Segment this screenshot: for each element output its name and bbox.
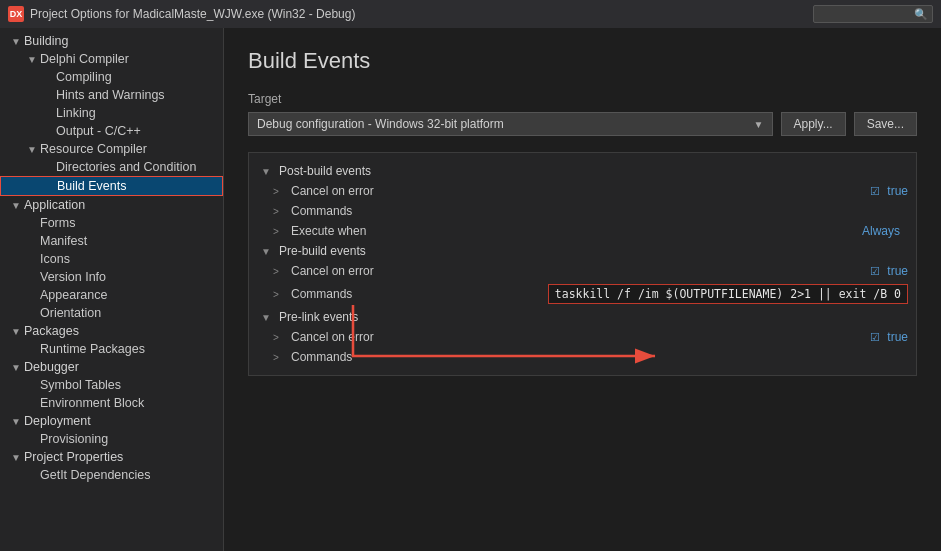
sidebar-item-label: Appearance	[40, 288, 107, 302]
pre-link-commands-row[interactable]: > Commands	[249, 347, 916, 367]
sidebar-item-runtime-packages[interactable]: Runtime Packages	[0, 340, 223, 358]
chevron-down-icon: ▼	[754, 119, 764, 130]
sidebar-item-symbol-tables[interactable]: Symbol Tables	[0, 376, 223, 394]
post-build-commands-row[interactable]: > Commands	[249, 201, 916, 221]
sidebar-item-deployment[interactable]: ▼ Deployment	[0, 412, 223, 430]
chevron-down-icon: ▼	[8, 362, 24, 373]
chevron-down-icon: ▼	[24, 54, 40, 65]
chevron-right-icon: >	[273, 332, 287, 343]
pre-build-events-row[interactable]: ▼ Pre-build events	[249, 241, 916, 261]
chevron-right-icon: >	[273, 206, 287, 217]
sidebar-item-orientation[interactable]: Orientation	[0, 304, 223, 322]
post-build-label: Post-build events	[279, 164, 371, 178]
pre-build-commands-label: Commands	[291, 287, 352, 301]
sidebar-item-label: Build Events	[57, 179, 126, 193]
sidebar-item-provisioning[interactable]: Provisioning	[0, 430, 223, 448]
sidebar-item-manifest[interactable]: Manifest	[0, 232, 223, 250]
post-build-commands-label: Commands	[291, 204, 352, 218]
sidebar-item-icons[interactable]: Icons	[0, 250, 223, 268]
window-title: Project Options for MadicalMaste_WJW.exe…	[30, 7, 807, 21]
sidebar-item-label: Environment Block	[40, 396, 144, 410]
sidebar-item-linking[interactable]: Linking	[0, 104, 223, 122]
post-build-cancel-error-row[interactable]: > Cancel on error ☑ true	[249, 181, 916, 201]
chevron-right-icon: >	[273, 226, 287, 237]
sidebar-item-label: Version Info	[40, 270, 106, 284]
pre-build-commands-row[interactable]: > Commands taskkill /f /im $(OUTPUTFILEN…	[249, 281, 916, 307]
pre-link-cancel-value: true	[887, 330, 908, 344]
main-layout: ▼ Building ▼ Delphi Compiler Compiling H…	[0, 28, 941, 551]
target-dropdown-value: Debug configuration - Windows 32-bit pla…	[257, 117, 504, 131]
sidebar-item-application[interactable]: ▼ Application	[0, 196, 223, 214]
sidebar-item-packages[interactable]: ▼ Packages	[0, 322, 223, 340]
pre-build-label: Pre-build events	[279, 244, 366, 258]
sidebar-item-getit-dependencies[interactable]: GetIt Dependencies	[0, 466, 223, 484]
sidebar-item-output-cpp[interactable]: Output - C/C++	[0, 122, 223, 140]
sidebar-item-label: Building	[24, 34, 68, 48]
pre-link-commands-label: Commands	[291, 350, 352, 364]
chevron-down-icon: ▼	[8, 200, 24, 211]
sidebar-item-environment-block[interactable]: Environment Block	[0, 394, 223, 412]
main-panel: Build Events Target Debug configuration …	[224, 28, 941, 551]
checkbox-true-icon: ☑	[870, 331, 880, 344]
chevron-down-icon: ▼	[8, 452, 24, 463]
pre-link-cancel-label: Cancel on error	[291, 330, 374, 344]
pre-build-command-value[interactable]: taskkill /f /im $(OUTPUTFILENAME) 2>1 ||…	[548, 284, 908, 304]
sidebar-item-label: Hints and Warnings	[56, 88, 165, 102]
sidebar-item-label: Application	[24, 198, 85, 212]
pre-build-cancel-error-row[interactable]: > Cancel on error ☑ true	[249, 261, 916, 281]
sidebar-item-label: Orientation	[40, 306, 101, 320]
sidebar-item-label: Output - C/C++	[56, 124, 141, 138]
sidebar-item-hints-warnings[interactable]: Hints and Warnings	[0, 86, 223, 104]
chevron-down-icon: ▼	[261, 312, 275, 323]
sidebar-item-label: Forms	[40, 216, 75, 230]
chevron-down-icon: ▼	[8, 326, 24, 337]
page-title: Build Events	[248, 48, 917, 74]
sidebar-item-forms[interactable]: Forms	[0, 214, 223, 232]
chevron-right-icon: >	[273, 266, 287, 277]
post-build-cancel-value: true	[887, 184, 908, 198]
chevron-down-icon: ▼	[261, 166, 275, 177]
chevron-down-icon: ▼	[261, 246, 275, 257]
pre-link-events-row[interactable]: ▼ Pre-link events	[249, 307, 916, 327]
pre-build-cancel-value: true	[887, 264, 908, 278]
sidebar-item-label: Compiling	[56, 70, 112, 84]
post-build-execute-row[interactable]: > Execute when Always	[249, 221, 916, 241]
post-build-events-row[interactable]: ▼ Post-build events	[249, 161, 916, 181]
sidebar-item-compiling[interactable]: Compiling	[0, 68, 223, 86]
checkbox-true-icon: ☑	[870, 185, 880, 198]
sidebar-item-label: Runtime Packages	[40, 342, 145, 356]
sidebar-item-appearance[interactable]: Appearance	[0, 286, 223, 304]
events-container: ▼ Post-build events > Cancel on error ☑ …	[248, 152, 917, 376]
sidebar-item-debugger[interactable]: ▼ Debugger	[0, 358, 223, 376]
sidebar-item-build-events[interactable]: Build Events	[0, 176, 223, 196]
sidebar-item-project-properties[interactable]: ▼ Project Properties	[0, 448, 223, 466]
title-bar: DX Project Options for MadicalMaste_WJW.…	[0, 0, 941, 28]
sidebar-item-label: Project Properties	[24, 450, 123, 464]
sidebar-item-label: Deployment	[24, 414, 91, 428]
target-label: Target	[248, 92, 917, 106]
title-search-box[interactable]: 🔍	[813, 5, 933, 23]
pre-link-cancel-error-row[interactable]: > Cancel on error ☑ true	[249, 327, 916, 347]
sidebar-item-label: Packages	[24, 324, 79, 338]
sidebar-item-version-info[interactable]: Version Info	[0, 268, 223, 286]
apply-button[interactable]: Apply...	[781, 112, 846, 136]
app-logo: DX	[8, 6, 24, 22]
sidebar-item-building[interactable]: ▼ Building	[0, 32, 223, 50]
chevron-right-icon: >	[273, 352, 287, 363]
sidebar-item-label: Directories and Condition	[56, 160, 196, 174]
sidebar-item-resource-compiler[interactable]: ▼ Resource Compiler	[0, 140, 223, 158]
chevron-down-icon: ▼	[8, 416, 24, 427]
sidebar-item-label: Provisioning	[40, 432, 108, 446]
target-dropdown[interactable]: Debug configuration - Windows 32-bit pla…	[248, 112, 773, 136]
sidebar: ▼ Building ▼ Delphi Compiler Compiling H…	[0, 28, 224, 551]
post-build-execute-value: Always	[862, 224, 900, 238]
pre-link-label: Pre-link events	[279, 310, 358, 324]
save-button[interactable]: Save...	[854, 112, 917, 136]
sidebar-item-label: GetIt Dependencies	[40, 468, 151, 482]
sidebar-item-label: Linking	[56, 106, 96, 120]
target-row: Debug configuration - Windows 32-bit pla…	[248, 112, 917, 136]
sidebar-item-label: Manifest	[40, 234, 87, 248]
sidebar-item-directories-condition[interactable]: Directories and Condition	[0, 158, 223, 176]
sidebar-item-delphi-compiler[interactable]: ▼ Delphi Compiler	[0, 50, 223, 68]
post-build-execute-label: Execute when	[291, 224, 366, 238]
